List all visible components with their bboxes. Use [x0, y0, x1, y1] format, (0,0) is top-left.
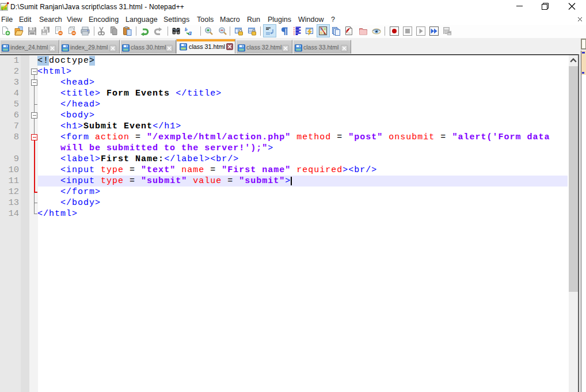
svg-text:b: b: [185, 26, 188, 32]
svg-text:a: a: [188, 29, 192, 36]
